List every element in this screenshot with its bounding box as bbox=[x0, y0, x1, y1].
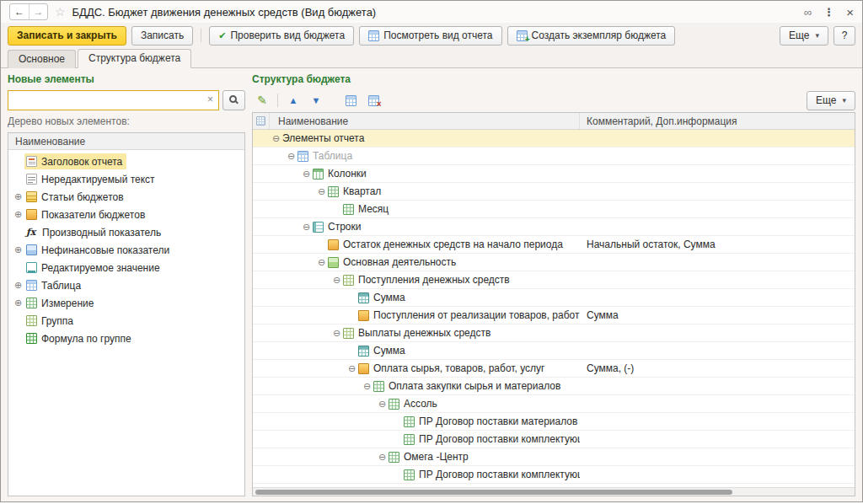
list-item[interactable]: Группа bbox=[8, 312, 244, 330]
collapse-icon[interactable]: ⊖ bbox=[315, 187, 328, 196]
list-item[interactable]: ⊕Статьи бюджетов bbox=[8, 188, 244, 206]
table-clear-button[interactable]: × bbox=[363, 91, 383, 110]
row-label: Оплата сырья, товаров, работ, услуг bbox=[373, 362, 544, 374]
search-button[interactable] bbox=[222, 90, 245, 110]
list-item-content: Таблица bbox=[24, 277, 85, 293]
expand-icon[interactable]: ⊕ bbox=[12, 245, 24, 255]
list-column-header[interactable]: Наименование bbox=[8, 133, 244, 150]
list-item[interactable]: ƒxПроизводный показатель bbox=[8, 223, 244, 241]
tab-budget-structure[interactable]: Структура бюджета bbox=[78, 49, 191, 68]
collapse-icon[interactable]: ⊖ bbox=[285, 152, 297, 161]
tree-row[interactable]: ⊖Таблица bbox=[253, 147, 855, 165]
grid-icon bbox=[404, 434, 415, 445]
tree-row[interactable]: ⊖Строки bbox=[253, 218, 855, 236]
tree-row[interactable]: ⊖Квартал bbox=[253, 183, 855, 201]
list-item-label: Редактируемое значение bbox=[41, 262, 160, 274]
list-item[interactable]: ⊕Показатели бюджетов bbox=[8, 206, 244, 223]
tree-row[interactable]: ПР Договор поставки материалов bbox=[253, 413, 855, 431]
tree-row[interactable]: ⊖Основная деятельность bbox=[253, 254, 855, 271]
collapse-icon[interactable]: ⊖ bbox=[270, 134, 282, 143]
list-item-label: Производный показатель bbox=[42, 227, 161, 239]
search-row: × bbox=[8, 90, 245, 110]
tree-row[interactable]: ⊖Оплата сырья, товаров, работ, услугСумм… bbox=[253, 360, 855, 378]
expand-icon[interactable]: ⊕ bbox=[12, 298, 24, 308]
help-button[interactable]: ? bbox=[834, 26, 855, 46]
collapse-icon[interactable]: ⊖ bbox=[376, 453, 389, 462]
more-menu-icon[interactable]: ⋮ bbox=[823, 7, 834, 18]
row-label: Таблица bbox=[313, 150, 352, 162]
name-column-header[interactable]: Наименование bbox=[270, 113, 580, 129]
structure-more-button[interactable]: Еще ▾ bbox=[807, 91, 855, 110]
tree-row[interactable]: ⊖Элементы отчета bbox=[253, 130, 855, 147]
clear-search-icon[interactable]: × bbox=[205, 94, 216, 105]
row-name-cell: Остаток денежных средств на начало перио… bbox=[253, 239, 580, 250]
tree-row[interactable]: Поступления от реализации товаров, работ… bbox=[253, 307, 855, 324]
tree-row[interactable]: ⊖Поступления денежных средств bbox=[253, 271, 855, 289]
scrollbar-thumb[interactable] bbox=[255, 490, 732, 495]
move-down-button[interactable]: ▼ bbox=[306, 91, 326, 110]
marker-column-header[interactable] bbox=[253, 113, 270, 129]
list-item[interactable]: Формула по группе bbox=[8, 330, 244, 347]
list-item-label: Группа bbox=[41, 315, 73, 327]
expand-icon[interactable]: ⊕ bbox=[12, 192, 24, 201]
list-item[interactable]: Заголовок отчета bbox=[8, 153, 244, 170]
search-input[interactable] bbox=[8, 90, 219, 110]
view-report-button[interactable]: Посмотреть вид отчета bbox=[359, 26, 501, 46]
create-instance-button[interactable]: + Создать экземпляр бюджета bbox=[507, 26, 676, 46]
collapse-icon[interactable]: ⊖ bbox=[330, 276, 343, 285]
grid-icon bbox=[389, 399, 399, 410]
forward-button[interactable]: → bbox=[29, 4, 47, 19]
table-settings-button[interactable] bbox=[340, 91, 361, 110]
list-item-content: Формула по группе bbox=[24, 330, 136, 346]
check-budget-button[interactable]: ✔ Проверить вид бюджета bbox=[209, 26, 354, 46]
list-item[interactable]: Нередактируемый текст bbox=[8, 170, 244, 188]
save-button[interactable]: Записать bbox=[131, 26, 193, 46]
tree-row[interactable]: ПР Договор поставки комплектующих bbox=[253, 431, 855, 448]
collapse-icon[interactable]: ⊖ bbox=[315, 258, 328, 267]
list-item-label: Нефинансовые показатели bbox=[41, 244, 169, 256]
list-item-label: Заголовок отчета bbox=[41, 156, 122, 168]
save-close-button[interactable]: Записать и закрыть bbox=[8, 26, 126, 46]
collapse-icon[interactable]: ⊖ bbox=[330, 329, 343, 338]
tree-row[interactable]: ПР Договор поставки комплектующих bbox=[253, 466, 855, 484]
get-link-icon[interactable]: ∞ bbox=[804, 7, 812, 18]
tree-row[interactable]: ⊖Выплаты денежных средств bbox=[253, 324, 855, 342]
row-name-cell: ⊖Таблица bbox=[253, 150, 580, 162]
tree-row[interactable]: ⊖Ассоль bbox=[253, 395, 855, 413]
tree-row[interactable]: Сумма bbox=[253, 289, 855, 307]
toolbar-separator bbox=[277, 94, 278, 107]
collapse-icon[interactable]: ⊖ bbox=[346, 364, 358, 373]
comment-column-header[interactable]: Комментарий, Доп.информация bbox=[580, 113, 855, 129]
row-name-cell: Сумма bbox=[253, 345, 580, 357]
favorite-star-icon[interactable]: ☆ bbox=[55, 5, 66, 19]
tree-row[interactable]: Остаток денежных средств на начало перио… bbox=[253, 236, 855, 254]
expand-icon[interactable]: ⊕ bbox=[12, 281, 24, 290]
group-icon bbox=[343, 328, 354, 339]
list-item[interactable]: ⊕Таблица bbox=[8, 276, 244, 294]
tree-row[interactable]: Сумма bbox=[253, 342, 855, 360]
tree-row[interactable]: Месяц bbox=[253, 201, 855, 218]
close-icon[interactable]: × bbox=[846, 6, 854, 19]
tree-row[interactable]: ⊖Омега -Центр bbox=[253, 448, 855, 466]
toolbar-more-button[interactable]: Еще ▾ bbox=[780, 26, 828, 46]
expand-icon[interactable]: ⊕ bbox=[12, 210, 24, 219]
collapse-icon[interactable]: ⊖ bbox=[361, 382, 373, 391]
collapse-icon[interactable]: ⊖ bbox=[376, 399, 389, 409]
collapse-icon[interactable]: ⊖ bbox=[300, 223, 313, 232]
tab-main[interactable]: Основное bbox=[8, 50, 76, 68]
list-item[interactable]: ⊕Нефинансовые показатели bbox=[8, 241, 244, 259]
new-elements-list: Наименование Заголовок отчетаНередактиру… bbox=[8, 132, 245, 496]
horizontal-scrollbar[interactable] bbox=[253, 487, 855, 496]
edit-button[interactable]: ✎ bbox=[252, 91, 272, 110]
tree-row[interactable]: ⊖Оплата закупки сырья и материалов bbox=[253, 378, 855, 395]
list-item-label: Таблица bbox=[41, 280, 81, 292]
row-label: Поступления от реализации товаров, работ… bbox=[373, 309, 580, 321]
table-icon bbox=[346, 95, 356, 106]
move-up-button[interactable]: ▲ bbox=[283, 91, 303, 110]
list-item[interactable]: ⊕Измерение bbox=[8, 294, 244, 312]
collapse-icon[interactable]: ⊖ bbox=[300, 169, 313, 179]
nonfin-icon bbox=[26, 244, 37, 255]
back-button[interactable]: ← bbox=[10, 4, 29, 19]
tree-row[interactable]: ⊖Колонки bbox=[253, 165, 855, 183]
list-item[interactable]: Редактируемое значение bbox=[8, 259, 244, 276]
